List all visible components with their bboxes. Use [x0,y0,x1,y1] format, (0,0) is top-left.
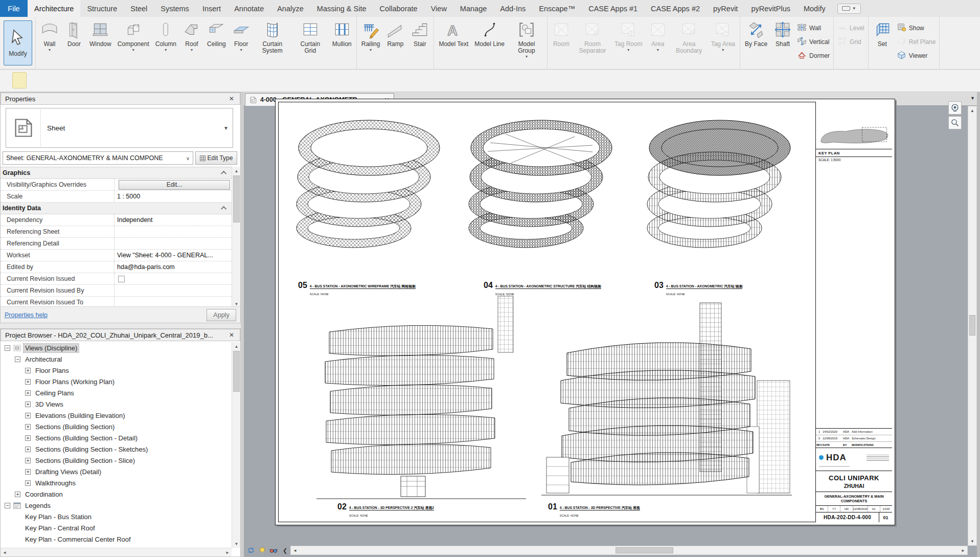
browser-node-sections-building-section[interactable]: +Sections (Building Section) [1,421,232,432]
expand-icon[interactable]: + [25,435,31,441]
scroll-thumb[interactable] [233,351,240,392]
chevron-left-icon[interactable]: ❮ [283,547,287,554]
properties-section-graphics[interactable]: Graphics [1,167,232,179]
browser-node-legends[interactable]: −Legends [1,500,232,511]
scroll-thumb[interactable] [233,175,240,222]
ribbon-tab-annotate[interactable]: Annotate [227,0,270,17]
sheet-canvas[interactable]: 05 4 - BUS STATION - AXONOMETRIC WIREFRA… [275,99,895,525]
set-button[interactable]: Set [870,19,895,67]
ribbon-tab-systems[interactable]: Systems [154,0,196,17]
property-value[interactable]: hda@hda-paris.com [114,261,232,273]
browser-hscrollbar[interactable]: ◄ ► [1,548,232,556]
collapse-icon[interactable]: − [5,503,10,508]
scroll-up-icon[interactable]: ▲ [968,106,976,115]
level-button[interactable]: 1Level [837,22,864,34]
ramp-button[interactable]: Ramp [383,19,407,67]
browser-node-sections-building-section-slice[interactable]: +Sections (Building Section - Slice) [1,455,232,466]
grid-button[interactable]: Grid [837,36,864,48]
property-value[interactable] [114,273,232,284]
room-button[interactable]: Room [549,19,574,67]
expand-icon[interactable]: + [25,458,31,463]
scroll-right-icon[interactable]: ► [223,548,232,557]
scroll-left-icon[interactable]: ◄ [291,546,299,554]
type-combo[interactable]: Sheet: GENERAL-AXONOMETRY & MAIN COMPONE… [3,151,193,165]
browser-node-ceiling-plans[interactable]: +Ceiling Plans [1,387,232,398]
browser-node-floor-plans-working-plan[interactable]: +Floor Plans (Working Plan) [1,376,232,387]
expand-icon[interactable]: + [25,447,31,452]
close-icon[interactable]: ✕ [227,95,236,102]
expand-icon[interactable]: + [15,492,20,497]
browser-node-key-plan-bus-station[interactable]: Key Plan - Bus Station [1,511,232,522]
scroll-up-icon[interactable]: ▲ [232,342,241,350]
by-face-button[interactable]: By Face [742,19,770,67]
ribbon-display-toggle[interactable]: ▼ [837,4,861,14]
dormer-button[interactable]: Dormer [797,50,830,62]
model-line-button[interactable]: Model Line [471,19,508,67]
collapse-icon[interactable]: − [15,357,20,362]
browser-node-architectural[interactable]: −Architectural [1,353,232,365]
scroll-thumb[interactable] [616,547,673,553]
curtain-system-button[interactable]: Curtain System [254,19,291,67]
browser-node-walkthroughs[interactable]: +Walkthroughs [1,477,232,488]
railing-button[interactable]: Railing▾ [358,19,383,67]
scroll-left-icon[interactable]: ◄ [1,548,9,557]
expand-icon[interactable]: + [25,402,31,407]
roof-button[interactable]: Roof▾ [179,19,204,67]
edit-button[interactable]: Edit... [119,180,230,190]
reveal-hidden-lightbulb-icon[interactable] [258,546,266,554]
canvas-vscrollbar[interactable]: ▲ ▼ [968,106,977,546]
ribbon-tab-view[interactable]: View [424,0,453,17]
wall-button[interactable]: Wall [797,22,830,34]
mullion-button[interactable]: Mullion [329,19,355,67]
vertical-button[interactable]: Vertical [797,36,830,48]
ceiling-button[interactable]: Ceiling [204,19,229,67]
browser-node-views-discipline[interactable]: −Views (Discipline) [1,342,232,353]
browser-node-drafting-views-detail[interactable]: +Drafting Views (Detail) [1,466,232,477]
ribbon-tab-insert[interactable]: Insert [196,0,227,17]
canvas-hscrollbar[interactable]: ◄ ► [290,546,968,555]
wall-button[interactable]: Wall▾ [37,19,62,67]
door-button[interactable]: Door [62,19,86,67]
properties-section-identity-data[interactable]: Identity Data [1,203,232,214]
window-button[interactable]: Window [86,19,115,67]
property-value[interactable]: Independent [114,214,232,226]
ribbon-tab-massing-site[interactable]: Massing & Site [310,0,373,17]
expand-icon[interactable]: + [25,469,31,475]
browser-node-3d-views[interactable]: +3D Views [1,398,232,410]
apply-button[interactable]: Apply [207,309,236,321]
browser-node-elevations-building-elevation[interactable]: +Elevations (Building Elevation) [1,410,232,421]
browser-scrollbar[interactable]: ▲ ▼ [232,342,240,548]
expand-icon[interactable]: + [25,413,31,418]
ribbon-tab-structure[interactable]: Structure [80,0,124,17]
expand-icon[interactable]: + [25,368,31,373]
viewer-button[interactable]: Viewer [897,50,936,62]
browser-node-floor-plans[interactable]: +Floor Plans [1,365,232,376]
expand-icon[interactable]: + [25,424,31,430]
property-value[interactable] [114,226,232,237]
ribbon-tab-collaborate[interactable]: Collaborate [373,0,424,17]
property-value[interactable] [114,285,232,296]
model-text-button[interactable]: AModel Text [436,19,471,67]
ribbon-tab-pyrevit[interactable]: pyRevit [706,0,744,17]
area-boundary-button[interactable]: Area Boundary [670,19,708,67]
expand-icon[interactable]: + [25,390,31,396]
scroll-down-icon[interactable]: ▼ [968,537,976,545]
drawing-area[interactable]: 4-000 - GENERAL-AXONOMETR... ✕ ▼ [244,92,980,557]
ribbon-tab-enscape[interactable]: Enscape™ [532,0,582,17]
tab-list-chevron-icon[interactable]: ▼ [970,96,975,101]
stair-button[interactable]: Stair [407,19,432,67]
scroll-up-icon[interactable]: ▲ [232,167,241,175]
ribbon-tab-pyrevitplus[interactable]: pyRevitPlus [744,0,797,17]
area-button[interactable]: Area▾ [646,19,670,67]
browser-node-sections-building-section-detail[interactable]: +Sections (Building Section - Detail) [1,432,232,443]
worksharing-icon[interactable] [247,546,255,554]
ribbon-tab-case-apps-2[interactable]: CASE Apps #2 [644,0,706,17]
model-group-button[interactable]: Model Group▾ [508,19,545,67]
shaft-button[interactable]: Shaft [770,19,795,67]
steering-wheel-button[interactable] [948,101,962,115]
browser-node-key-plan-commercial-center-roof[interactable]: Key Plan - Commercial Center Roof [1,533,232,545]
checkbox[interactable] [118,276,125,282]
collapse-icon[interactable]: − [5,345,10,351]
property-value[interactable] [114,238,232,249]
ribbon-tab-analyze[interactable]: Analyze [270,0,310,17]
